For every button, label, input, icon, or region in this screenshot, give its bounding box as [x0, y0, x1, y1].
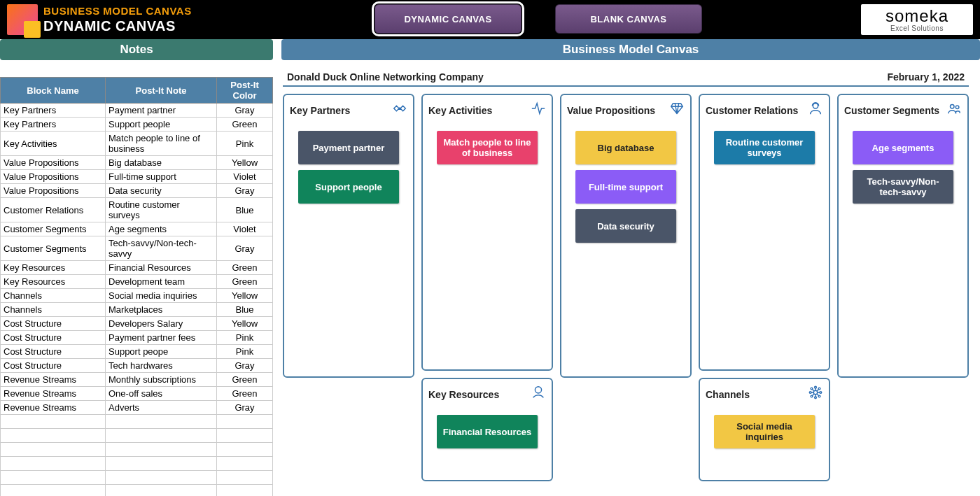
- postit[interactable]: Payment partner: [298, 131, 399, 164]
- cell-note[interactable]: Tech hardwares: [106, 359, 217, 373]
- table-row-empty[interactable]: [1, 485, 273, 497]
- cell-color[interactable]: Blue: [217, 303, 273, 317]
- cell-block[interactable]: Revenue Streams: [1, 387, 106, 401]
- cell-empty[interactable]: [106, 471, 217, 485]
- table-row[interactable]: Customer SegmentsTech-savvy/Non-tech-sav…: [1, 236, 273, 261]
- cell-color[interactable]: Blue: [217, 198, 273, 222]
- cell-color[interactable]: Pink: [217, 345, 273, 359]
- table-row[interactable]: Cost StructureTech hardwaresGray: [1, 359, 273, 373]
- cell-note[interactable]: Payment partner: [106, 104, 217, 118]
- table-row[interactable]: ChannelsMarketplacesBlue: [1, 303, 273, 317]
- cell-block[interactable]: Key Partners: [1, 104, 106, 118]
- cell-block[interactable]: Customer Segments: [1, 236, 106, 261]
- postit[interactable]: Match people to line of business: [437, 131, 538, 164]
- cell-color[interactable]: Violet: [217, 222, 273, 236]
- blank-canvas-button[interactable]: BLANK CANVAS: [555, 4, 702, 34]
- cell-empty[interactable]: [106, 457, 217, 471]
- cell-note[interactable]: Support people: [106, 118, 217, 132]
- cell-empty[interactable]: [217, 457, 273, 471]
- table-row[interactable]: Customer RelationsRoutine customer surve…: [1, 198, 273, 222]
- cell-color[interactable]: Yellow: [217, 289, 273, 303]
- cell-note[interactable]: Development team: [106, 275, 217, 289]
- cell-block[interactable]: Revenue Streams: [1, 401, 106, 415]
- table-row[interactable]: Cost StructureDevelopers SalaryYellow: [1, 317, 273, 331]
- table-row-empty[interactable]: [1, 457, 273, 471]
- cell-note[interactable]: Big database: [106, 156, 217, 170]
- cell-empty[interactable]: [106, 485, 217, 497]
- cell-color[interactable]: Green: [217, 275, 273, 289]
- cell-block[interactable]: Key Partners: [1, 118, 106, 132]
- postit[interactable]: Age segments: [853, 131, 953, 164]
- postit[interactable]: Data security: [575, 209, 676, 243]
- postit[interactable]: Financial Resources: [437, 415, 538, 448]
- cell-note[interactable]: Data security: [106, 184, 217, 198]
- table-row[interactable]: Key ActivitiesMatch people to line of bu…: [1, 132, 273, 156]
- cell-empty[interactable]: [217, 429, 273, 443]
- table-row[interactable]: Key PartnersSupport peopleGreen: [1, 118, 273, 132]
- table-row[interactable]: Cost StructureSupport peopePink: [1, 345, 273, 359]
- cell-note[interactable]: One-off sales: [106, 387, 217, 401]
- cell-color[interactable]: Violet: [217, 170, 273, 184]
- table-row[interactable]: Value PropositionsData securityGray: [1, 184, 273, 198]
- cell-empty[interactable]: [217, 471, 273, 485]
- cell-color[interactable]: Gray: [217, 359, 273, 373]
- cell-empty[interactable]: [106, 415, 217, 429]
- cell-empty[interactable]: [217, 443, 273, 457]
- table-row[interactable]: Key ResourcesFinancial ResourcesGreen: [1, 261, 273, 275]
- cell-note[interactable]: Support peope: [106, 345, 217, 359]
- postit[interactable]: Tech-savvy/Non-tech-savvy: [853, 170, 953, 204]
- cell-block[interactable]: Channels: [1, 289, 106, 303]
- table-row-empty[interactable]: [1, 415, 273, 429]
- table-row-empty[interactable]: [1, 471, 273, 485]
- postit[interactable]: Big database: [575, 131, 676, 164]
- cell-block[interactable]: Revenue Streams: [1, 373, 106, 387]
- table-row[interactable]: Revenue StreamsMonthly subscriptionsGree…: [1, 373, 273, 387]
- cell-empty[interactable]: [1, 457, 106, 471]
- table-row[interactable]: Revenue StreamsOne-off salesGreen: [1, 387, 273, 401]
- cell-empty[interactable]: [1, 415, 106, 429]
- cell-block[interactable]: Cost Structure: [1, 345, 106, 359]
- cell-note[interactable]: Match people to line of business: [106, 132, 217, 156]
- cell-block[interactable]: Value Propositions: [1, 170, 106, 184]
- cell-note[interactable]: Tech-savvy/Non-tech-savvy: [106, 236, 217, 261]
- cell-block[interactable]: Value Propositions: [1, 184, 106, 198]
- cell-block[interactable]: Customer Segments: [1, 222, 106, 236]
- cell-block[interactable]: Cost Structure: [1, 359, 106, 373]
- cell-color[interactable]: Gray: [217, 401, 273, 415]
- cell-block[interactable]: Key Resources: [1, 275, 106, 289]
- cell-color[interactable]: Green: [217, 261, 273, 275]
- postit[interactable]: Full-time support: [575, 170, 676, 204]
- cell-block[interactable]: Channels: [1, 303, 106, 317]
- cell-note[interactable]: Social media inquiries: [106, 289, 217, 303]
- cell-empty[interactable]: [1, 429, 106, 443]
- table-row[interactable]: ChannelsSocial media inquiriesYellow: [1, 289, 273, 303]
- cell-note[interactable]: Adverts: [106, 401, 217, 415]
- cell-note[interactable]: Full-time support: [106, 170, 217, 184]
- cell-empty[interactable]: [106, 429, 217, 443]
- cell-empty[interactable]: [217, 485, 273, 497]
- table-row[interactable]: Cost StructurePayment partner feesPink: [1, 331, 273, 345]
- cell-block[interactable]: Cost Structure: [1, 331, 106, 345]
- dynamic-canvas-button[interactable]: DYNAMIC CANVAS: [374, 4, 522, 34]
- cell-block[interactable]: Value Propositions: [1, 156, 106, 170]
- cell-color[interactable]: Green: [217, 373, 273, 387]
- cell-note[interactable]: Marketplaces: [106, 303, 217, 317]
- cell-color[interactable]: Gray: [217, 104, 273, 118]
- cell-empty[interactable]: [217, 415, 273, 429]
- table-row[interactable]: Key ResourcesDevelopment teamGreen: [1, 275, 273, 289]
- cell-color[interactable]: Yellow: [217, 156, 273, 170]
- cell-empty[interactable]: [106, 443, 217, 457]
- cell-block[interactable]: Customer Relations: [1, 198, 106, 222]
- table-row[interactable]: Value PropositionsBig databaseYellow: [1, 156, 273, 170]
- cell-empty[interactable]: [1, 485, 106, 497]
- table-row[interactable]: Value PropositionsFull-time supportViole…: [1, 170, 273, 184]
- table-row[interactable]: Customer SegmentsAge segmentsViolet: [1, 222, 273, 236]
- cell-color[interactable]: Green: [217, 387, 273, 401]
- table-row-empty[interactable]: [1, 429, 273, 443]
- table-row[interactable]: Key PartnersPayment partnerGray: [1, 104, 273, 118]
- postit[interactable]: Routine customer surveys: [714, 131, 815, 164]
- cell-color[interactable]: Gray: [217, 184, 273, 198]
- cell-note[interactable]: Payment partner fees: [106, 331, 217, 345]
- cell-block[interactable]: Cost Structure: [1, 317, 106, 331]
- cell-note[interactable]: Developers Salary: [106, 317, 217, 331]
